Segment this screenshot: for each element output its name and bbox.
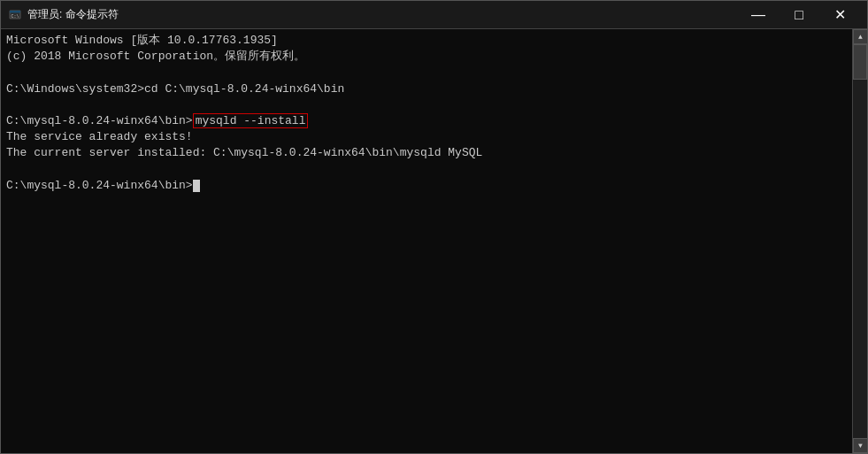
line-8: The current server installed: C:\mysql-8…	[6, 145, 847, 161]
minimize-button[interactable]: —	[738, 1, 779, 29]
scrollbar-down-button[interactable]: ▼	[853, 438, 867, 453]
close-button[interactable]: ✕	[819, 1, 860, 29]
content-area: Microsoft Windows [版本 10.0.17763.1935] (…	[1, 29, 867, 453]
svg-text:C:\: C:\	[12, 13, 19, 19]
maximize-button[interactable]: □	[779, 1, 819, 29]
title-bar-icon: C:\	[8, 8, 22, 22]
line-1: Microsoft Windows [版本 10.0.17763.1935]	[6, 33, 847, 49]
highlighted-command: mysqld --install	[193, 113, 309, 128]
prompt-text: C:\mysql-8.0.24-winx64\bin>	[6, 114, 193, 127]
line-4: C:\Windows\system32>cd C:\mysql-8.0.24-w…	[6, 81, 847, 97]
title-bar-controls: — □ ✕	[738, 1, 860, 29]
line-3	[6, 65, 847, 81]
line-10-current: C:\mysql-8.0.24-winx64\bin>	[6, 178, 847, 194]
scrollbar[interactable]: ▲ ▼	[852, 29, 867, 453]
line-2: (c) 2018 Microsoft Corporation。保留所有权利。	[6, 49, 847, 65]
line-9	[6, 162, 847, 178]
title-bar-title: 管理员: 命令提示符	[27, 7, 738, 22]
terminal-cursor	[193, 180, 200, 192]
line-6-prompt: C:\mysql-8.0.24-winx64\bin>mysqld --inst…	[6, 113, 847, 129]
svg-rect-1	[10, 11, 20, 13]
scrollbar-thumb[interactable]	[853, 44, 867, 80]
terminal-output[interactable]: Microsoft Windows [版本 10.0.17763.1935] (…	[1, 29, 852, 453]
title-bar: C:\ 管理员: 命令提示符 — □ ✕	[1, 1, 867, 29]
scrollbar-thumb-area	[853, 44, 867, 438]
current-prompt: C:\mysql-8.0.24-winx64\bin>	[6, 179, 193, 192]
line-5	[6, 97, 847, 113]
line-7: The service already exists!	[6, 129, 847, 145]
scrollbar-up-button[interactable]: ▲	[853, 29, 867, 44]
cmd-window: C:\ 管理员: 命令提示符 — □ ✕ Microsoft Windows […	[0, 0, 868, 454]
